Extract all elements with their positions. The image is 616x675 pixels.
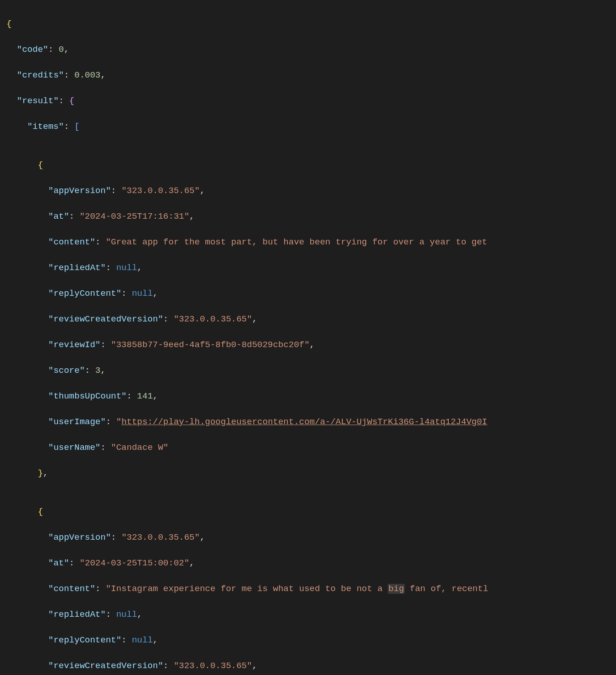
code-line: "at": "2024-03-25T17:16:31",: [6, 210, 616, 223]
code-line: "reviewCreatedVersion": "323.0.0.35.65",: [6, 659, 616, 672]
code-line: {: [6, 17, 616, 30]
code-editor[interactable]: { "code": 0, "credits": 0.003, "result":…: [0, 0, 616, 675]
code-line: "replyContent": null,: [6, 287, 616, 300]
code-line: "appVersion": "323.0.0.35.65",: [6, 184, 616, 197]
code-line: "repliedAt": null,: [6, 608, 616, 621]
user-image-link[interactable]: https://play-lh.googleusercontent.com/a-…: [121, 417, 487, 427]
code-line: "content": "Great app for the most part,…: [6, 236, 616, 249]
code-line: {: [6, 505, 616, 518]
code-line: "replyContent": null,: [6, 634, 616, 647]
code-line: "content": "Instagram experience for me …: [6, 582, 616, 595]
code-line: "userImage": "https://play-lh.googleuser…: [6, 415, 616, 428]
code-line: "appVersion": "323.0.0.35.65",: [6, 531, 616, 544]
code-line: "at": "2024-03-25T15:00:02",: [6, 557, 616, 570]
json-open-brace: {: [6, 19, 11, 29]
code-line: "items": [: [6, 120, 616, 133]
code-line: "repliedAt": null,: [6, 261, 616, 274]
code-line: "credits": 0.003,: [6, 69, 616, 82]
code-line: {: [6, 159, 616, 172]
code-line: "reviewId": "33858b77-9eed-4af5-8fb0-8d5…: [6, 338, 616, 351]
code-line: "score": 3,: [6, 364, 616, 377]
search-highlight: big: [388, 584, 404, 594]
code-line: "userName": "Candace W": [6, 441, 616, 454]
code-line: "reviewCreatedVersion": "323.0.0.35.65",: [6, 313, 616, 326]
code-line: },: [6, 467, 616, 480]
code-line: "thumbsUpCount": 141,: [6, 390, 616, 403]
code-line: "code": 0,: [6, 43, 616, 56]
code-line: "result": {: [6, 94, 616, 107]
